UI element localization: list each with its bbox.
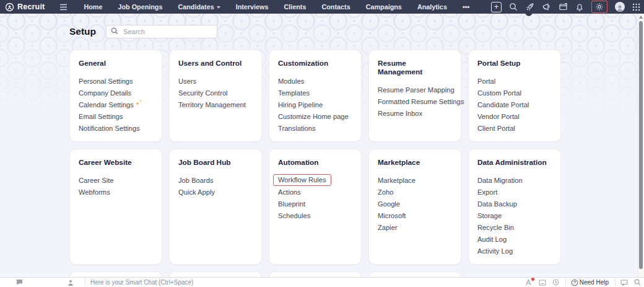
apps-grid-icon[interactable] bbox=[632, 3, 640, 11]
chat-bubble-icon[interactable] bbox=[16, 279, 23, 286]
smart-chat-text[interactable]: Here is your Smart Chat (Ctrl+Space) bbox=[90, 279, 193, 286]
setup-link-territory-management[interactable]: Territory Management bbox=[178, 99, 253, 110]
avatar[interactable] bbox=[615, 2, 625, 12]
topbar-menu-item-campaigns[interactable]: Campaigns bbox=[366, 3, 402, 11]
app-logo[interactable]: Recruit bbox=[5, 2, 45, 12]
topbar-menu-item-analytics[interactable]: Analytics bbox=[417, 3, 447, 11]
setup-link-templates[interactable]: Templates bbox=[278, 87, 352, 99]
setup-link-security-control[interactable]: Security Control bbox=[178, 87, 253, 99]
setup-link-modules[interactable]: Modules bbox=[278, 75, 352, 87]
setup-link-calendar-settings[interactable]: Calendar Settings✦✦ bbox=[79, 99, 153, 110]
search-icon[interactable] bbox=[509, 2, 518, 11]
announcement-icon[interactable] bbox=[525, 279, 533, 286]
setup-link-candidate-portal[interactable]: Candidate Portal bbox=[477, 99, 552, 110]
hamburger-menu-icon[interactable] bbox=[59, 4, 67, 11]
setup-link-custom-portal[interactable]: Custom Portal bbox=[477, 87, 552, 99]
setup-link-client-portal[interactable]: Client Portal bbox=[477, 122, 552, 134]
setup-link-storage[interactable]: Storage bbox=[477, 210, 552, 221]
need-help-label[interactable]: Need Help bbox=[580, 279, 609, 286]
setup-link-notification-settings[interactable]: Notification Settings bbox=[79, 122, 153, 134]
setup-link-data-migration[interactable]: Data Migration bbox=[477, 174, 552, 186]
card-title: Users and Control bbox=[178, 59, 253, 68]
setup-link-label: Zapier bbox=[378, 224, 398, 231]
setup-link-formatted-resume-settings[interactable]: Formatted Resume Settings bbox=[378, 95, 452, 107]
setup-link-schedules[interactable]: Schedules bbox=[278, 210, 352, 221]
setup-link-label: Quick Apply bbox=[178, 188, 215, 196]
bell-icon[interactable] bbox=[575, 2, 584, 12]
setup-link-blueprint[interactable]: Blueprint bbox=[278, 198, 352, 210]
setup-link-microsoft[interactable]: Microsoft bbox=[378, 210, 452, 221]
setup-link-label: Templates bbox=[278, 89, 310, 97]
setup-link-label: Job Boards bbox=[178, 177, 214, 184]
topbar-menu-item--[interactable]: ••• bbox=[463, 3, 469, 11]
setup-card-marketplace: Marketplace MarketplaceZohoGoogleMicroso… bbox=[368, 149, 461, 265]
setup-link-label: Blueprint bbox=[278, 200, 305, 208]
megaphone-icon[interactable] bbox=[542, 2, 551, 11]
setup-link-zapier[interactable]: Zapier bbox=[378, 221, 452, 233]
card-title: Resume Management bbox=[378, 59, 452, 76]
menu-item-label: ••• bbox=[463, 3, 469, 11]
setup-link-email-settings[interactable]: Email Settings bbox=[79, 110, 153, 122]
history-icon[interactable] bbox=[552, 279, 559, 286]
setup-link-activity-log[interactable]: Activity Log bbox=[477, 245, 552, 257]
search-input[interactable] bbox=[122, 27, 212, 36]
setup-card-users-and-control: Users and Control UsersSecurity ControlT… bbox=[169, 50, 262, 142]
setup-link-customize-home-page[interactable]: Customize Home page bbox=[278, 110, 352, 122]
setup-link-personal-settings[interactable]: Personal Settings bbox=[79, 75, 153, 87]
setup-link-hiring-pipeline[interactable]: Hiring Pipeline bbox=[278, 99, 352, 110]
setup-link-label: Vendor Portal bbox=[477, 113, 520, 120]
menu-item-label: Interviews bbox=[236, 3, 269, 11]
menu-item-label: Contacts bbox=[321, 3, 350, 11]
topbar-menu-item-home[interactable]: Home bbox=[84, 3, 102, 11]
setup-card-general: General Personal SettingsCompany Details… bbox=[69, 50, 162, 142]
setup-link-career-site[interactable]: Career Site bbox=[79, 174, 153, 186]
rocket-icon[interactable] bbox=[525, 2, 534, 12]
scrollbar-up-arrow[interactable] bbox=[639, 15, 643, 19]
topbar-menu-item-interviews[interactable]: Interviews bbox=[236, 3, 269, 11]
setup-link-google[interactable]: Google bbox=[378, 198, 452, 210]
card-items: Job BoardsQuick Apply bbox=[178, 174, 253, 198]
setup-link-company-details[interactable]: Company Details bbox=[79, 87, 153, 99]
setup-link-workflow-rules[interactable]: Workflow Rules bbox=[278, 174, 352, 186]
setup-link-export[interactable]: Export bbox=[477, 186, 552, 198]
topbar-menu-item-clients[interactable]: Clients bbox=[284, 3, 306, 11]
setup-link-job-boards[interactable]: Job Boards bbox=[178, 174, 253, 186]
setup-search-box[interactable] bbox=[106, 25, 217, 38]
setup-link-recycle-bin[interactable]: Recycle Bin bbox=[477, 221, 552, 233]
setup-link-translations[interactable]: Translations bbox=[278, 122, 352, 134]
shortcut-key-icon[interactable] bbox=[539, 280, 546, 286]
window-icon[interactable] bbox=[559, 2, 568, 11]
topbar-menu-item-candidates[interactable]: Candidates bbox=[178, 3, 220, 11]
setup-link-marketplace[interactable]: Marketplace bbox=[378, 174, 452, 186]
setup-link-label: Audit Log bbox=[477, 236, 507, 243]
menu-item-label: Candidates bbox=[178, 3, 214, 11]
feedback-icon[interactable] bbox=[620, 280, 628, 286]
help-icon[interactable] bbox=[571, 279, 578, 286]
zoom-search-icon[interactable] bbox=[634, 279, 641, 286]
topbar-menu-item-contacts[interactable]: Contacts bbox=[321, 3, 350, 11]
setup-link-label: Custom Portal bbox=[477, 89, 521, 97]
vertical-scrollbar[interactable] bbox=[638, 14, 644, 278]
setup-link-audit-log[interactable]: Audit Log bbox=[477, 233, 552, 245]
setup-link-resume-inbox[interactable]: Resume Inbox bbox=[378, 107, 452, 119]
setup-link-vendor-portal[interactable]: Vendor Portal bbox=[477, 110, 552, 122]
setup-link-label: Data Migration bbox=[477, 177, 523, 184]
person-icon[interactable] bbox=[67, 280, 74, 286]
scrollbar-thumb[interactable] bbox=[639, 21, 643, 269]
setup-link-zoho[interactable]: Zoho bbox=[378, 186, 452, 198]
card-items: UsersSecurity ControlTerritory Managemen… bbox=[178, 75, 253, 110]
setup-card-job-board-hub: Job Board Hub Job BoardsQuick Apply bbox=[169, 149, 262, 265]
setup-link-users[interactable]: Users bbox=[178, 75, 253, 87]
setup-link-data-backup[interactable]: Data Backup bbox=[477, 198, 552, 210]
setup-link-quick-apply[interactable]: Quick Apply bbox=[178, 186, 253, 198]
setup-link-webforms[interactable]: Webforms bbox=[79, 186, 153, 198]
gear-icon[interactable] bbox=[595, 2, 604, 11]
topbar-menu-item-job-openings[interactable]: Job Openings bbox=[118, 3, 162, 11]
setup-link-label: Resume Inbox bbox=[378, 110, 422, 117]
setup-link-portal[interactable]: Portal bbox=[477, 75, 552, 87]
app-title: Recruit bbox=[17, 2, 45, 11]
setup-link-actions[interactable]: Actions bbox=[278, 186, 352, 198]
add-record-button[interactable]: + bbox=[491, 2, 502, 12]
setup-link-resume-parser-mapping[interactable]: Resume Parser Mapping bbox=[378, 84, 452, 95]
setup-link-label: Marketplace bbox=[378, 177, 416, 184]
